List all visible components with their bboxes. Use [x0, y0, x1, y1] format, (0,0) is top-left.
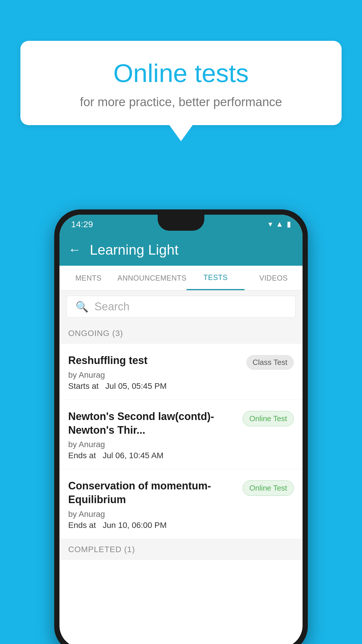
completed-label: COMPLETED (1): [68, 545, 135, 554]
speech-bubble: Online tests for more practice, better p…: [20, 41, 342, 125]
search-box[interactable]: 🔍 Search: [66, 296, 296, 318]
badge-online-test-3: Online Test: [242, 480, 294, 496]
phone-frame: 14:29 ▾ ▲ ▮ ← Learning Light MENTS ANNOU…: [54, 209, 308, 644]
search-container: 🔍 Search: [59, 290, 303, 323]
status-bar: 14:29 ▾ ▲ ▮: [59, 215, 303, 234]
test-info-1: Reshuffling test by Anurag Starts at Jul…: [68, 354, 246, 391]
ongoing-label: ONGOING (3): [68, 329, 123, 338]
back-button[interactable]: ←: [68, 242, 81, 257]
app-title: Learning Light: [90, 242, 178, 258]
completed-section-header: COMPLETED (1): [59, 539, 303, 560]
test-item-1[interactable]: Reshuffling test by Anurag Starts at Jul…: [59, 344, 303, 400]
test-author-1: by Anurag: [68, 370, 240, 380]
test-info-2: Newton's Second law(contd)-Newton's Thir…: [68, 410, 242, 461]
test-author-2: by Anurag: [68, 440, 237, 449]
test-item-3[interactable]: Conservation of momentum-Equilibrium by …: [59, 469, 303, 539]
test-time-1: Starts at Jul 05, 05:45 PM: [68, 382, 240, 391]
phone-inner: 14:29 ▾ ▲ ▮ ← Learning Light MENTS ANNOU…: [59, 215, 303, 644]
signal-icon: ▲: [276, 220, 283, 229]
battery-icon: ▮: [287, 220, 291, 229]
test-title-2: Newton's Second law(contd)-Newton's Thir…: [68, 410, 237, 437]
bubble-arrow: [169, 125, 193, 141]
tab-announcements[interactable]: ANNOUNCEMENTS: [117, 266, 187, 290]
tab-videos[interactable]: VIDEOS: [245, 266, 303, 290]
badge-online-test-2: Online Test: [242, 411, 294, 426]
bubble-subtitle: for more practice, better performance: [38, 95, 324, 109]
search-icon: 🔍: [75, 301, 89, 313]
tab-tests[interactable]: TESTS: [187, 266, 245, 290]
test-time-3: Ends at Jun 10, 06:00 PM: [68, 521, 237, 530]
status-time: 14:29: [71, 219, 93, 229]
wifi-icon: ▾: [268, 220, 272, 229]
test-item-2[interactable]: Newton's Second law(contd)-Newton's Thir…: [59, 400, 303, 470]
search-input[interactable]: Search: [94, 300, 129, 313]
tabs-bar: MENTS ANNOUNCEMENTS TESTS VIDEOS: [59, 266, 303, 290]
badge-class-test-1: Class Test: [246, 355, 294, 370]
notch: [158, 215, 204, 231]
tab-ments[interactable]: MENTS: [59, 266, 117, 290]
bubble-title: Online tests: [38, 58, 324, 88]
speech-bubble-container: Online tests for more practice, better p…: [20, 41, 342, 141]
status-icons: ▾ ▲ ▮: [268, 220, 291, 229]
test-author-3: by Anurag: [68, 510, 237, 519]
test-title-1: Reshuffling test: [68, 354, 240, 368]
test-time-2: Ends at Jul 06, 10:45 AM: [68, 451, 237, 460]
app-bar: ← Learning Light: [59, 234, 303, 266]
ongoing-section-header: ONGOING (3): [59, 323, 303, 344]
test-title-3: Conservation of momentum-Equilibrium: [68, 479, 237, 507]
test-info-3: Conservation of momentum-Equilibrium by …: [68, 479, 242, 530]
